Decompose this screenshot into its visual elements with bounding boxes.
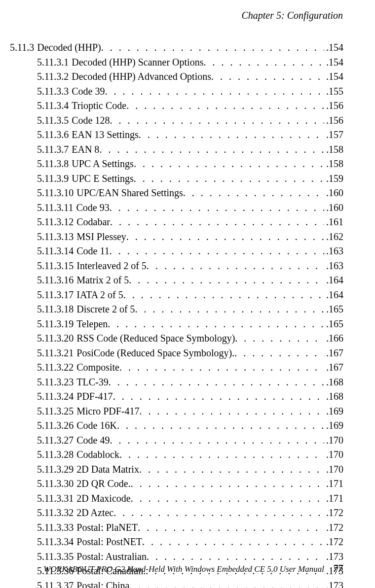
footer-page-number: 77 [333,563,355,574]
toc-entry-title: Telepen [76,317,108,331]
toc-entry-page: .164 [326,288,355,302]
toc-entry-number: 5.11.3.8 [37,157,69,171]
toc-leader-dots [134,172,324,185]
toc-leader-dots [108,317,324,331]
toc-entry-page: .156 [326,99,355,112]
toc-entry-page: .171 [326,492,355,505]
toc-leader-dots [147,259,324,273]
toc-leader-dots [183,186,324,200]
toc-entry: 5.11.3 Decoded (HHP).154 [10,41,355,54]
toc-entry-title: Trioptic Code [72,99,126,112]
toc-entry-number: 5.11.3.6 [37,128,69,141]
toc-entry: 5.11.3.29 2D Data Matrix.170 [37,463,355,476]
toc-entry-title: Code 39 [72,85,105,98]
toc-leader-dots [110,201,324,214]
toc-leader-dots [139,128,324,141]
toc-entry-page: .166 [326,332,355,345]
footer-text: WORKABOUT PRO G2 Hand-Held With Windows … [43,564,324,574]
toc-entry: 5.11.3.4 Trioptic Code.156 [37,99,355,112]
toc-entry-title: TLC-39 [76,376,108,389]
toc-entry-number: 5.11.3.2 [37,70,69,83]
toc-entry-page: .172 [326,535,355,549]
toc-entry: 5.11.3.6 EAN 13 Settings.157 [37,128,355,141]
toc-entry-title: Code 11 [76,244,109,258]
toc-entry-title: Interleaved 2 of 5 [76,259,147,273]
toc-leader-dots [234,346,324,360]
toc-entry-page: .160 [326,186,355,200]
toc-entry-number: 5.11.3.27 [37,434,74,447]
toc-entry-number: 5.11.3 [10,41,34,54]
toc-entry-page: .162 [326,230,355,243]
toc-entry-page: .169 [326,419,355,432]
toc-entry: 5.11.3.2 Decoded (HHP) Advanced Options.… [37,70,355,83]
toc-entry-title: Postal: Australian [76,550,147,563]
toc-entry-title: PosiCode (Reduced Space Symbology). [76,346,234,360]
toc-entry-title: Code 49 [76,434,110,447]
toc-leader-dots [135,303,324,316]
toc-entry-title: Composite [76,361,119,374]
toc-leader-dots [101,41,324,54]
toc-entry-page: .165 [326,317,355,331]
toc-leader-dots [211,70,324,83]
toc-entry-number: 5.11.3.18 [37,303,74,316]
toc-entry-number: 5.11.3.29 [37,463,74,476]
toc-entry-number: 5.11.3.15 [37,259,74,273]
toc-entry: 5.11.3.25 Micro PDF-417.169 [37,405,355,418]
toc-entry-number: 5.11.3.12 [37,215,74,229]
toc-entry-page: .163 [326,259,355,273]
toc-entry-page: .157 [326,128,355,141]
toc-entry-number: 5.11.3.17 [37,288,74,302]
toc-entry: 5.11.3.5 Code 128.156 [37,114,355,127]
toc-entry: 5.11.3.3 Code 39.155 [37,85,355,98]
toc-entry-page: .154 [326,70,355,83]
toc-leader-dots [117,419,324,432]
toc-entry-page: .172 [326,521,355,534]
toc-entry: 5.11.3.19 Telepen.165 [37,317,355,331]
toc-entry-page: .154 [326,41,355,54]
toc-leader-dots [110,244,324,258]
toc-entry: 5.11.3.27 Code 49.170 [37,434,355,447]
toc-entry-title: PDF-417 [76,390,112,403]
toc-entry-page: .169 [326,405,355,418]
toc-entry-title: 2D Data Matrix [76,463,139,476]
toc-entry-title: Code 93 [76,201,110,214]
toc-entry-page: .154 [326,56,355,69]
toc-entry-number: 5.11.3.32 [37,506,74,519]
toc-entry-number: 5.11.3.30 [37,477,74,490]
toc-entry-page: .158 [326,143,355,156]
toc-entry: 5.11.3.13 MSI Plessey.162 [37,230,355,243]
toc-leader-dots [203,56,324,69]
toc-leader-dots [110,215,324,229]
toc-entry-title: Decoded (HHP) [37,41,101,54]
toc-leader-dots [113,390,324,403]
toc-entry-title: RSS Code (Reduced Space Symbology) [76,332,235,345]
toc-entry-page: .158 [326,157,355,171]
toc-entry: 5.11.3.22 Composite.167 [37,361,355,374]
toc-entry-title: Micro PDF-417 [76,405,139,418]
toc-leader-dots [131,477,324,490]
toc-leader-dots [123,288,324,302]
toc-entry-title: Codablock [76,448,119,461]
toc-leader-dots [109,376,324,389]
toc-leader-dots [99,143,324,156]
toc-entry-number: 5.11.3.23 [37,376,74,389]
toc-entry-number: 5.11.3.16 [37,274,74,287]
toc-entry-number: 5.11.3.21 [37,346,74,360]
toc-entry: 5.11.3.30 2D QR Code..171 [37,477,355,490]
toc-entry-page: .173 [326,579,355,588]
toc-entry-title: Postal: PlaNET [76,521,138,534]
toc-entry-title: Code 128 [72,114,110,127]
toc-entry-title: Postal: PostNET [76,535,142,549]
toc-entry-title: Decoded (HHP) Scanner Options [72,56,203,69]
toc-entry-number: 5.11.3.25 [37,405,74,418]
toc-entry-number: 5.11.3.19 [37,317,74,331]
toc-entry-page: .168 [326,376,355,389]
toc-leader-dots [134,157,324,171]
toc-leader-dots [110,434,324,447]
toc-leader-dots [126,99,324,112]
toc-entry-title: 2D Maxicode [76,492,130,505]
toc-entry-page: .171 [326,477,355,490]
toc-entry-page: .165 [326,303,355,316]
toc-entry-page: .170 [326,448,355,461]
toc-entry-number: 5.11.3.11 [37,201,74,214]
